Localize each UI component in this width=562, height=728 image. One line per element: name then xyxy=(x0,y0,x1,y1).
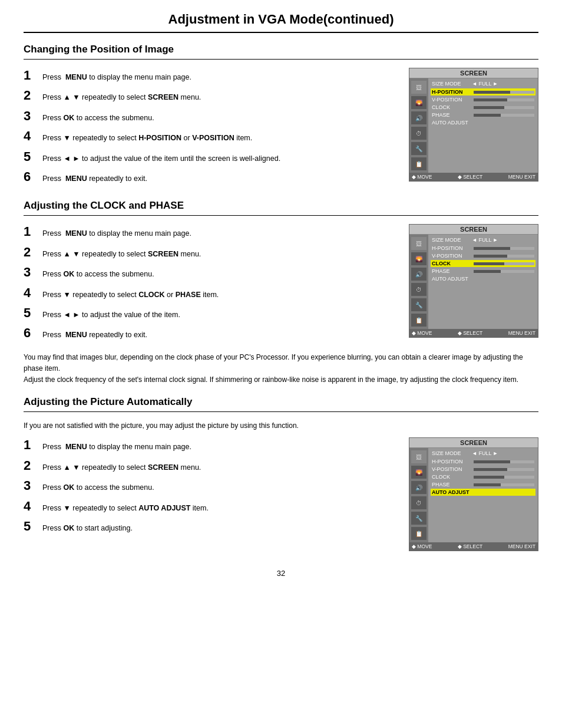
menu-bar xyxy=(474,114,534,117)
step-1-4: 4 Press ▼ repeatedly to select H-POSITIO… xyxy=(24,129,397,144)
size-mode-value: ◄ FULL ► xyxy=(472,81,498,87)
menu-item-clock: CLOCK xyxy=(431,104,535,111)
icon-5: 🔧 xyxy=(411,142,427,155)
menu-label: PHASE xyxy=(432,268,472,274)
section1-divider xyxy=(24,59,538,60)
icon-6: 📋 xyxy=(411,157,427,170)
step-3-2: 2 Press ▲ ▼ repeatedly to select SCREEN … xyxy=(24,458,397,473)
menu-label: V-POSITION xyxy=(432,97,472,103)
menu-bar xyxy=(474,270,534,273)
step-1-2: 2 Press ▲ ▼ repeatedly to select SCREEN … xyxy=(24,88,397,103)
menu-label: MENU EXIT xyxy=(508,174,535,180)
step-text: Press ▼ repeatedly to select AUTO ADJUST… xyxy=(42,503,209,514)
screen-mockup-3: SCREEN 🖼 🌄 🔊 ⏱ 🔧 📋 SIZE MODE ◄ FULL ► xyxy=(409,437,538,551)
step-num: 3 xyxy=(24,478,40,493)
step-3-4: 4 Press ▼ repeatedly to select AUTO ADJU… xyxy=(24,499,397,514)
menu-label: PHASE xyxy=(432,112,472,118)
step-num: 6 xyxy=(24,325,40,341)
screen-footer-1: ◆ MOVE ◆ SELECT MENU EXIT xyxy=(409,173,538,181)
icon-2: 🌄 xyxy=(411,96,427,109)
page-title: Adjustment in VGA Mode(continued) xyxy=(24,12,538,33)
screen-icons: 🖼 🌄 🔊 ⏱ 🔧 📋 xyxy=(409,448,428,542)
screen-mockup-2: SCREEN 🖼 🌄 🔊 ⏱ 🔧 📋 SIZE MODE ◄ FULL ► xyxy=(409,224,538,338)
section1-title: Changing the Position of Image xyxy=(24,44,538,55)
menu-item-hposition: H-POSITION xyxy=(431,245,535,252)
step-num: 2 xyxy=(24,88,40,103)
step-num: 5 xyxy=(24,305,40,321)
step-text: Press ▲ ▼ repeatedly to select SCREEN me… xyxy=(42,92,201,103)
step-num: 1 xyxy=(24,224,40,239)
step-text: Press ◄ ► to adjust the value of the ite… xyxy=(42,153,280,164)
step-num: 2 xyxy=(24,245,40,260)
size-mode-row: SIZE MODE ◄ FULL ► xyxy=(431,80,535,87)
menu-label: CLOCK xyxy=(432,104,472,110)
menu-label: V-POSITION xyxy=(432,466,472,472)
screen-body: 🖼 🌄 🔊 ⏱ 🔧 📋 SIZE MODE ◄ FULL ► H xyxy=(409,235,538,329)
step-text: Press ▲ ▼ repeatedly to select SCREEN me… xyxy=(42,462,201,473)
icon-3: 🔊 xyxy=(411,268,427,281)
screen-header: SCREEN xyxy=(409,225,538,235)
menu-bar xyxy=(474,468,534,471)
step-text: Press ◄ ► to adjust the value of the ite… xyxy=(42,309,180,321)
step-num: 2 xyxy=(24,458,40,473)
icon-1: 🖼 xyxy=(411,450,427,463)
icon-6: 📋 xyxy=(411,314,427,327)
section3-content: 1 Press MENU to display the menu main pa… xyxy=(24,437,538,551)
icon-3: 🔊 xyxy=(411,111,427,124)
menu-item-vposition: V-POSITION xyxy=(431,96,535,103)
section2-screen: SCREEN 🖼 🌄 🔊 ⏱ 🔧 📋 SIZE MODE ◄ FULL ► xyxy=(409,224,538,338)
size-mode-value: ◄ FULL ► xyxy=(472,450,498,456)
move-label: ◆ MOVE xyxy=(412,543,432,549)
menu-label: H-POSITION xyxy=(432,459,472,465)
menu-label: H-POSITION xyxy=(432,89,472,95)
menu-bar xyxy=(474,106,534,109)
section1-content: 1 Press MENU to display the menu main pa… xyxy=(24,68,538,189)
step-text: Press ▲ ▼ repeatedly to select SCREEN me… xyxy=(42,249,201,260)
section1-screen: SCREEN 🖼 🌄 🔊 ⏱ 🔧 📋 SIZE MODE ◄ FULL ► xyxy=(409,68,538,182)
step-num: 3 xyxy=(24,265,40,280)
step-text: Press ▼ repeatedly to select CLOCK or PH… xyxy=(42,289,219,301)
step-2-4: 4 Press ▼ repeatedly to select CLOCK or … xyxy=(24,285,397,301)
icon-1: 🖼 xyxy=(411,237,427,250)
step-num: 3 xyxy=(24,108,40,124)
step-num: 4 xyxy=(24,285,40,301)
menu-item-vposition: V-POSITION xyxy=(431,466,535,473)
menu-bar xyxy=(474,483,534,486)
step-3-3: 3 Press OK to access the submenu. xyxy=(24,478,397,493)
step-2-2: 2 Press ▲ ▼ repeatedly to select SCREEN … xyxy=(24,245,397,260)
section2-note: You may find that images blur, depending… xyxy=(24,352,538,386)
menu-item-autoadjust: AUTO ADJUST xyxy=(431,275,535,282)
icon-3: 🔊 xyxy=(411,481,427,494)
screen-menu-1: SIZE MODE ◄ FULL ► H-POSITION V-POSITION xyxy=(428,78,538,173)
menu-item-autoadjust: AUTO ADJUST xyxy=(431,489,535,496)
select-label: ◆ SELECT xyxy=(458,330,482,336)
section2-content: 1 Press MENU to display the menu main pa… xyxy=(24,224,538,345)
step-num: 1 xyxy=(24,437,40,453)
section2-steps: 1 Press MENU to display the menu main pa… xyxy=(24,224,397,345)
size-mode-value: ◄ FULL ► xyxy=(472,237,498,243)
icon-4: ⏱ xyxy=(411,127,427,140)
menu-item-phase: PHASE xyxy=(431,111,535,118)
page-number: 32 xyxy=(24,569,538,578)
section-clock-phase: Adjusting the CLOCK and PHASE 1 Press ME… xyxy=(24,200,538,386)
size-mode-row: SIZE MODE ◄ FULL ► xyxy=(431,450,535,457)
menu-label: AUTO ADJUST xyxy=(432,276,472,282)
screen-header: SCREEN xyxy=(409,68,538,78)
step-1-1: 1 Press MENU to display the menu main pa… xyxy=(24,68,397,83)
menu-bar xyxy=(474,460,534,463)
size-mode-label: SIZE MODE xyxy=(432,450,472,456)
menu-item-phase: PHASE xyxy=(431,268,535,275)
screen-menu-2: SIZE MODE ◄ FULL ► H-POSITION V-POSITION xyxy=(428,235,538,329)
move-label: ◆ MOVE xyxy=(412,330,432,336)
menu-label: PHASE xyxy=(432,482,472,487)
menu-bar xyxy=(474,476,534,479)
menu-bar xyxy=(474,91,534,94)
step-text: Press MENU to display the menu main page… xyxy=(42,442,191,453)
screen-header: SCREEN xyxy=(409,438,538,448)
section3-title: Adjusting the Picture Automatically xyxy=(24,396,538,408)
menu-label: MENU EXIT xyxy=(508,330,535,336)
menu-item-hposition: H-POSITION xyxy=(431,458,535,465)
size-mode-label: SIZE MODE xyxy=(432,81,472,87)
step-3-5: 5 Press OK to start adjusting. xyxy=(24,519,397,534)
menu-bar xyxy=(474,255,534,258)
